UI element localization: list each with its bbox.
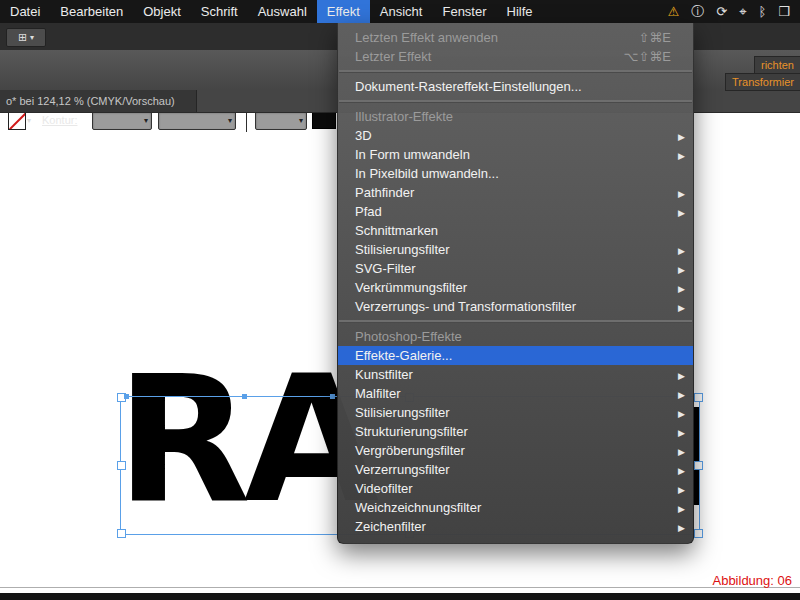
menu-item: [339, 100, 692, 103]
menubar-item-auswahl[interactable]: Auswahl: [248, 0, 317, 23]
display-icon[interactable]: ❒: [778, 5, 790, 18]
submenu-arrow-icon: [673, 500, 685, 515]
anchor-point[interactable]: [242, 394, 247, 399]
menu-item[interactable]: Malfilter: [338, 384, 693, 403]
menubar-item-ansicht[interactable]: Ansicht: [370, 0, 433, 23]
menu-item[interactable]: Kunstfilter: [338, 365, 693, 384]
document-layout-button[interactable]: ⊞ ▾: [6, 28, 46, 47]
submenu-arrow-icon: [673, 280, 685, 295]
anchor-point[interactable]: [330, 394, 335, 399]
submenu-arrow-icon: [673, 405, 685, 420]
chevron-down-icon: ▾: [296, 116, 306, 125]
menu-item[interactable]: Dokument-Rastereffekt-Einstellungen...: [338, 77, 693, 96]
selection-handle[interactable]: [694, 461, 703, 470]
chevron-down-icon: ▾: [27, 116, 31, 125]
menu-item[interactable]: In Form umwandeln: [338, 145, 693, 164]
menubar-item-hilfe[interactable]: Hilfe: [497, 0, 543, 23]
menubar-item-objekt[interactable]: Objekt: [133, 0, 191, 23]
figure-caption: Abbildung: 06: [712, 573, 792, 588]
submenu-arrow-icon: [673, 462, 685, 477]
anchor-point[interactable]: [124, 394, 129, 399]
sync-icon[interactable]: ⟳: [716, 5, 727, 18]
menu-item[interactable]: Verzerrungsfilter: [338, 460, 693, 479]
bluetooth-icon[interactable]: ᛒ: [759, 5, 767, 18]
stroke-weight-combo[interactable]: ▾: [92, 111, 152, 130]
submenu-arrow-icon: [673, 299, 685, 314]
menu-item[interactable]: Verkrümmungsfilter: [338, 278, 693, 297]
selection-handle[interactable]: [694, 529, 703, 538]
info-icon[interactable]: ⓘ: [691, 5, 704, 18]
menubar: Datei Bearbeiten Objekt Schrift Auswahl …: [0, 0, 800, 23]
menubar-item-effekt[interactable]: Effekt: [317, 0, 370, 23]
illustrator-window: RA Datei Bearbeiten Objekt: [0, 0, 800, 600]
chevron-down-icon: ▾: [141, 116, 151, 125]
menu-item[interactable]: Effekte-Galerie...: [338, 346, 693, 365]
menubar-items: Datei Bearbeiten Objekt Schrift Auswahl …: [0, 0, 543, 23]
menu-item[interactable]: Videofilter: [338, 479, 693, 498]
window-bottom-edge: [0, 593, 800, 600]
variable-width-combo[interactable]: ▾: [158, 111, 236, 130]
style-swatch[interactable]: [312, 112, 336, 129]
submenu-arrow-icon: [673, 128, 685, 143]
submenu-arrow-icon: [673, 204, 685, 219]
submenu-arrow-icon: [673, 147, 685, 162]
submenu-arrow-icon: [673, 367, 685, 382]
menubar-item-fenster[interactable]: Fenster: [432, 0, 496, 23]
menu-item[interactable]: Strukturierungsfilter: [338, 422, 693, 441]
menu-item[interactable]: In Pixelbild umwandeln...: [338, 164, 693, 183]
fill-none-swatch[interactable]: [8, 112, 26, 130]
submenu-arrow-icon: [673, 519, 685, 534]
selection-handle[interactable]: [117, 529, 126, 538]
target-icon[interactable]: ⌖: [739, 5, 746, 18]
menu-item[interactable]: Pathfinder: [338, 183, 693, 202]
menu-item: Letzter Effekt ⌥⇧⌘E: [338, 47, 693, 66]
submenu-arrow-icon: [673, 481, 685, 496]
submenu-arrow-icon: [673, 242, 685, 257]
effekt-dropdown-menu: Letzten Effekt anwenden ⇧⌘E Letzter Effe…: [337, 23, 694, 544]
submenu-arrow-icon: [673, 424, 685, 439]
menu-item[interactable]: Stilisierungsfilter: [338, 240, 693, 259]
menubar-item-datei[interactable]: Datei: [0, 0, 50, 23]
submenu-arrow-icon: [673, 185, 685, 200]
menu-item[interactable]: Pfad: [338, 202, 693, 221]
menu-item[interactable]: Zeichenfilter: [338, 517, 693, 536]
menu-item[interactable]: Vergröberungsfilter: [338, 441, 693, 460]
artboard-bottom-edge: [0, 587, 800, 588]
menu-item[interactable]: Weichzeichnungsfilter: [338, 498, 693, 517]
submenu-arrow-icon: [673, 386, 685, 401]
warning-icon[interactable]: ⚠: [668, 5, 680, 18]
tab-ausrichten[interactable]: richten: [754, 56, 800, 74]
menubar-status-icons: ⚠ⓘ⟳⌖ᛒ❒: [668, 0, 800, 23]
document-tab[interactable]: o* bei 124,12 % (CMYK/Vorschau): [0, 90, 197, 112]
menu-item: [339, 70, 692, 73]
selection-handle[interactable]: [694, 393, 703, 402]
menubar-item-schrift[interactable]: Schrift: [191, 0, 248, 23]
submenu-arrow-icon: [673, 261, 685, 276]
grid-layout-icon: ⊞: [18, 31, 27, 44]
menu-item[interactable]: Stilisierungsfilter: [338, 403, 693, 422]
menu-item: Letzten Effekt anwenden ⇧⌘E: [338, 28, 693, 47]
menu-item[interactable]: 3D: [338, 126, 693, 145]
selection-handle[interactable]: [117, 461, 126, 470]
menu-item: Photoshop-Effekte: [338, 327, 693, 346]
menu-item[interactable]: SVG-Filter: [338, 259, 693, 278]
submenu-arrow-icon: [673, 443, 685, 458]
menu-item: Illustrator-Effekte: [338, 107, 693, 126]
chevron-down-icon: ▾: [225, 116, 235, 125]
tab-transformieren[interactable]: Transformier: [725, 73, 800, 91]
menu-item: [339, 320, 692, 323]
menubar-item-bearbeiten[interactable]: Bearbeiten: [50, 0, 133, 23]
chevron-down-icon: ▾: [30, 33, 34, 42]
menu-item[interactable]: Schnittmarken: [338, 221, 693, 240]
stroke-label[interactable]: Kontur:: [42, 114, 77, 126]
menu-item[interactable]: Verzerrungs- und Transformationsfilter: [338, 297, 693, 316]
brush-combo[interactable]: ▾: [255, 111, 307, 130]
